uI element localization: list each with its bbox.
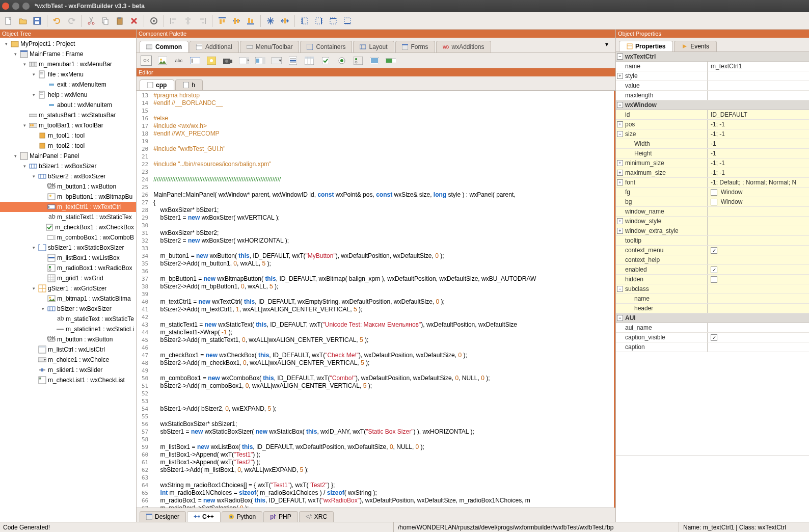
tree-node[interactable]: m_comboBox1 : wxComboB	[0, 232, 136, 243]
tree-node[interactable]: ▾MainPanel : Panel	[0, 151, 136, 161]
tree-node[interactable]: m_statusBar1 : wxStatusBar	[0, 110, 136, 120]
palette-choice-item[interactable]	[271, 56, 282, 66]
tree-node[interactable]: abcm_staticText1 : wxStaticTex	[0, 212, 136, 222]
palette-listctrl-item[interactable]	[304, 56, 315, 66]
window-minimize-button[interactable]	[12, 3, 19, 10]
tree-node[interactable]: m_textCtrl1 : wxTextCtrl	[0, 202, 136, 212]
save-button[interactable]	[31, 14, 44, 28]
tree-node[interactable]: m_checkList1 : wxCheckList	[0, 375, 136, 385]
tree-node[interactable]: exit : wxMenuItem	[0, 79, 136, 90]
redo-button[interactable]	[65, 14, 78, 28]
align-center-v-button[interactable]	[230, 14, 243, 28]
prop-height-value[interactable]: -1	[708, 149, 809, 158]
prop-sub-header-value[interactable]	[708, 304, 809, 313]
align-right-button[interactable]	[196, 14, 209, 28]
prop-tab-events[interactable]: Events	[674, 41, 717, 51]
prop-tooltip-value[interactable]	[708, 236, 809, 245]
tree-node[interactable]: m_choice1 : wxChoice	[0, 355, 136, 365]
border-top-button[interactable]	[327, 14, 340, 28]
view-tab-python[interactable]: Python	[222, 511, 262, 522]
prop-windowstyle-value[interactable]	[708, 217, 809, 226]
prop-fg-checkbox[interactable]	[711, 189, 717, 196]
palette-bmpcombobox-item[interactable]	[255, 56, 266, 66]
palette-tab-common[interactable]: Common	[140, 41, 188, 52]
view-tab-xrc[interactable]: </>XRC	[299, 511, 334, 522]
prop-sub-name-value[interactable]	[708, 294, 809, 303]
editor-tab-cpp[interactable]: cpp	[140, 79, 174, 90]
palette-listbox-item[interactable]	[287, 56, 299, 66]
tree-node[interactable]: m_slider1 : wxSlider	[0, 365, 136, 375]
palette-textctrl-item[interactable]	[190, 56, 201, 66]
prop-style-value[interactable]	[708, 71, 809, 81]
prop-captionvisible-checkbox[interactable]: ✓	[711, 334, 717, 341]
window-close-button[interactable]	[2, 3, 9, 10]
tree-node[interactable]: ▾help : wxMenu	[0, 90, 136, 100]
prop-auiname-value[interactable]	[708, 323, 809, 332]
prop-fg-value[interactable]: Window	[708, 188, 809, 197]
tree-node[interactable]: m_listBox1 : wxListBox	[0, 253, 136, 263]
border-right-button[interactable]	[312, 14, 326, 28]
tree-node[interactable]: ▾gSizer1 : wxGridSizer	[0, 283, 136, 294]
expander-icon[interactable]: ▾	[31, 245, 37, 250]
align-center-h-button[interactable]	[181, 14, 195, 28]
prop-contextmenu-value[interactable]: ✓	[708, 246, 809, 255]
palette-radiobox-item[interactable]	[353, 56, 364, 66]
prop-enabled-value[interactable]: ✓	[708, 265, 809, 274]
tree-node[interactable]: ▾sbSizer1 : wxStaticBoxSizer	[0, 243, 136, 253]
view-tab-designer[interactable]: Designer	[140, 511, 186, 522]
tree-node[interactable]: m_staticline1 : wxStaticLi	[0, 324, 136, 334]
prop-width-value[interactable]: -1	[708, 139, 809, 148]
palette-staticbitmap-item[interactable]	[369, 56, 380, 66]
tree-node[interactable]: about : wxMenuItem	[0, 100, 136, 110]
expander-icon[interactable]: ▾	[21, 62, 28, 67]
align-bottom-button[interactable]	[244, 14, 257, 28]
border-left-button[interactable]	[298, 14, 311, 28]
property-grid[interactable]: −wxTextCtrl namem_textCtrl1 +style value…	[616, 52, 809, 456]
code-editor[interactable]: 1314151617181920212223242526272829303132…	[137, 91, 615, 508]
undo-button[interactable]	[50, 14, 64, 28]
tree-node[interactable]: ▾m_toolBar1 : wxToolBar	[0, 120, 136, 130]
tree-node[interactable]: ▾file : wxMenu	[0, 69, 136, 79]
prop-contexthelp-value[interactable]	[708, 255, 809, 264]
palette-tab-wxadditions[interactable]: wxwxAdditions	[436, 41, 491, 52]
expander-icon[interactable]: ▾	[12, 153, 18, 158]
palette-bitmapbutton-item[interactable]	[157, 56, 168, 66]
prop-bg-value[interactable]: Window	[708, 197, 809, 206]
prop-bg-checkbox[interactable]	[711, 199, 717, 205]
border-bottom-button[interactable]	[341, 14, 354, 28]
expander-icon[interactable]: ▾	[3, 41, 9, 46]
new-project-button[interactable]	[2, 14, 15, 28]
tree-node[interactable]: ▾bSizer : wxBoxSizer	[0, 304, 136, 314]
prop-font-value[interactable]: -1; Default; ; Normal; Normal; N	[708, 178, 809, 187]
prop-hidden-value[interactable]	[708, 275, 809, 284]
expander-icon[interactable]: ▾	[21, 164, 28, 169]
palette-tab-menu-toolbar[interactable]: Menu/Toolbar	[240, 41, 300, 52]
tree-node[interactable]: m_radioBox1 : wxRadioBox	[0, 263, 136, 273]
prop-hidden-checkbox[interactable]	[711, 276, 717, 283]
palette-combobox-item[interactable]	[238, 56, 250, 66]
prop-caption-value[interactable]	[708, 342, 809, 352]
generate-code-button[interactable]	[147, 14, 160, 28]
prop-captionvisible-value[interactable]: ✓	[708, 333, 809, 342]
palette-radiobtn-item[interactable]	[336, 56, 347, 66]
prop-windowextrastyle-value[interactable]	[708, 226, 809, 235]
palette-statictext-item[interactable]: abc	[173, 56, 184, 66]
prop-pos-value[interactable]: -1; -1	[708, 120, 809, 129]
tree-node[interactable]: ▾MyProject1 : Project	[0, 39, 136, 49]
tree-node[interactable]: m_tool1 : tool	[0, 130, 136, 141]
palette-overflow-button[interactable]: ▾	[605, 41, 612, 48]
palette-tab-layout[interactable]: Layout	[353, 41, 394, 52]
expander-icon[interactable]: ▾	[31, 174, 37, 179]
tree-node[interactable]: m_tool2 : tool	[0, 141, 136, 151]
prop-windowname-value[interactable]	[708, 207, 809, 216]
prop-id-value[interactable]: ID_DEFAULT	[708, 110, 809, 119]
palette-tab-additional[interactable]: Additional	[190, 41, 239, 52]
align-left-button[interactable]	[167, 14, 180, 28]
prop-size-value[interactable]: -1; -1	[708, 129, 809, 139]
tree-node[interactable]: ▾MainFrame : Frame	[0, 49, 136, 59]
prop-maxsize-value[interactable]: -1; -1	[708, 168, 809, 177]
prop-enabled-checkbox[interactable]: ✓	[711, 267, 717, 273]
expander-icon[interactable]: ▾	[31, 72, 37, 77]
prop-value-value[interactable]	[708, 81, 809, 90]
object-tree[interactable]: ▾MyProject1 : Project▾MainFrame : Frame▾…	[0, 38, 136, 522]
